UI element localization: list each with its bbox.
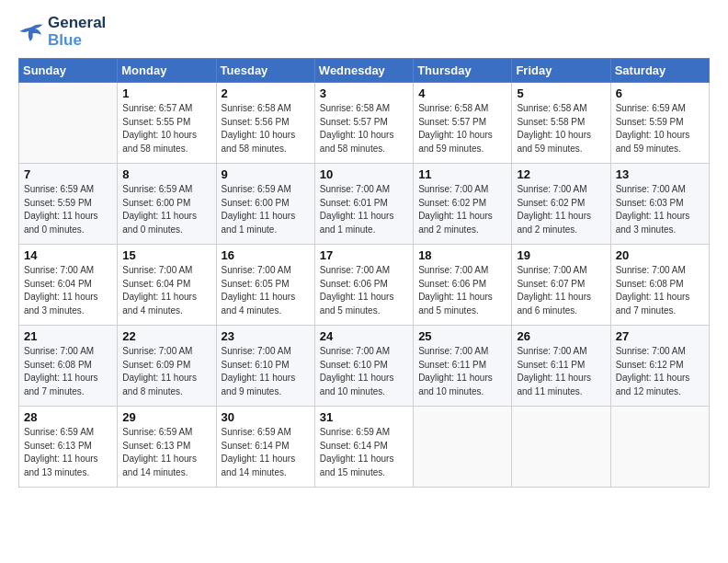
day-number: 24: [320, 329, 408, 343]
day-number: 15: [122, 248, 210, 262]
day-info: Sunrise: 7:00 AM Sunset: 6:01 PM Dayligh…: [320, 183, 408, 236]
calendar-week-row: 7Sunrise: 6:59 AM Sunset: 5:59 PM Daylig…: [19, 164, 710, 245]
day-info: Sunrise: 7:00 AM Sunset: 6:04 PM Dayligh…: [122, 264, 210, 317]
day-info: Sunrise: 6:59 AM Sunset: 6:14 PM Dayligh…: [320, 426, 408, 479]
day-info: Sunrise: 6:58 AM Sunset: 5:56 PM Dayligh…: [222, 102, 310, 155]
day-info: Sunrise: 6:59 AM Sunset: 6:14 PM Dayligh…: [222, 426, 310, 479]
day-info: Sunrise: 7:00 AM Sunset: 6:06 PM Dayligh…: [320, 264, 408, 317]
calendar-day-cell: 15Sunrise: 7:00 AM Sunset: 6:04 PM Dayli…: [118, 245, 216, 326]
day-number: 13: [616, 167, 704, 181]
day-number: 11: [418, 167, 506, 181]
day-info: Sunrise: 6:59 AM Sunset: 6:00 PM Dayligh…: [222, 183, 310, 236]
day-info: Sunrise: 7:00 AM Sunset: 6:11 PM Dayligh…: [517, 345, 605, 398]
day-info: Sunrise: 7:00 AM Sunset: 6:05 PM Dayligh…: [222, 264, 310, 317]
calendar-day-cell: [610, 407, 709, 488]
calendar-day-cell: 27Sunrise: 7:00 AM Sunset: 6:12 PM Dayli…: [610, 326, 709, 407]
weekday-header-cell: Thursday: [414, 59, 512, 83]
day-number: 2: [222, 86, 310, 100]
calendar-day-cell: 17Sunrise: 7:00 AM Sunset: 6:06 PM Dayli…: [314, 245, 413, 326]
day-number: 8: [122, 167, 210, 181]
calendar-day-cell: 4Sunrise: 6:58 AM Sunset: 5:57 PM Daylig…: [414, 83, 512, 164]
day-number: 9: [222, 167, 310, 181]
weekday-header-cell: Sunday: [19, 59, 118, 83]
calendar-day-cell: 6Sunrise: 6:59 AM Sunset: 5:59 PM Daylig…: [610, 83, 709, 164]
calendar-day-cell: 13Sunrise: 7:00 AM Sunset: 6:03 PM Dayli…: [610, 164, 709, 245]
calendar-day-cell: 23Sunrise: 7:00 AM Sunset: 6:10 PM Dayli…: [216, 326, 314, 407]
calendar-day-cell: 11Sunrise: 7:00 AM Sunset: 6:02 PM Dayli…: [414, 164, 512, 245]
calendar-day-cell: 14Sunrise: 7:00 AM Sunset: 6:04 PM Dayli…: [19, 245, 118, 326]
day-info: Sunrise: 6:58 AM Sunset: 5:57 PM Dayligh…: [320, 102, 408, 155]
calendar-day-cell: [19, 83, 118, 164]
calendar-day-cell: 16Sunrise: 7:00 AM Sunset: 6:05 PM Dayli…: [216, 245, 314, 326]
day-number: 18: [418, 248, 506, 262]
calendar-week-row: 14Sunrise: 7:00 AM Sunset: 6:04 PM Dayli…: [19, 245, 710, 326]
day-number: 10: [320, 167, 408, 181]
logo-text-blue: Blue: [48, 32, 106, 50]
day-info: Sunrise: 7:00 AM Sunset: 6:09 PM Dayligh…: [122, 345, 210, 398]
calendar-day-cell: 22Sunrise: 7:00 AM Sunset: 6:09 PM Dayli…: [118, 326, 216, 407]
calendar-day-cell: [414, 407, 512, 488]
day-info: Sunrise: 7:00 AM Sunset: 6:11 PM Dayligh…: [418, 345, 506, 398]
day-number: 26: [517, 329, 605, 343]
logo-icon: [18, 22, 44, 42]
weekday-header-cell: Monday: [118, 59, 216, 83]
day-number: 16: [222, 248, 310, 262]
day-number: 20: [616, 248, 704, 262]
calendar-day-cell: 2Sunrise: 6:58 AM Sunset: 5:56 PM Daylig…: [216, 83, 314, 164]
day-number: 25: [418, 329, 506, 343]
calendar-day-cell: 9Sunrise: 6:59 AM Sunset: 6:00 PM Daylig…: [216, 164, 314, 245]
day-info: Sunrise: 7:00 AM Sunset: 6:06 PM Dayligh…: [418, 264, 506, 317]
day-number: 6: [616, 86, 704, 100]
day-number: 31: [320, 410, 408, 424]
day-number: 1: [122, 86, 210, 100]
calendar-day-cell: 19Sunrise: 7:00 AM Sunset: 6:07 PM Dayli…: [512, 245, 610, 326]
day-info: Sunrise: 7:00 AM Sunset: 6:08 PM Dayligh…: [616, 264, 704, 317]
day-info: Sunrise: 7:00 AM Sunset: 6:10 PM Dayligh…: [222, 345, 310, 398]
day-number: 30: [222, 410, 310, 424]
day-info: Sunrise: 7:00 AM Sunset: 6:07 PM Dayligh…: [517, 264, 605, 317]
day-info: Sunrise: 6:59 AM Sunset: 5:59 PM Dayligh…: [24, 183, 112, 236]
header: General Blue: [18, 15, 710, 49]
logo: General Blue: [18, 15, 106, 49]
day-info: Sunrise: 6:59 AM Sunset: 5:59 PM Dayligh…: [616, 102, 704, 155]
logo-text-general: General: [48, 15, 106, 32]
day-number: 27: [616, 329, 704, 343]
calendar-day-cell: 20Sunrise: 7:00 AM Sunset: 6:08 PM Dayli…: [610, 245, 709, 326]
calendar-day-cell: 7Sunrise: 6:59 AM Sunset: 5:59 PM Daylig…: [19, 164, 118, 245]
day-info: Sunrise: 7:00 AM Sunset: 6:10 PM Dayligh…: [320, 345, 408, 398]
calendar-day-cell: 26Sunrise: 7:00 AM Sunset: 6:11 PM Dayli…: [512, 326, 610, 407]
calendar-day-cell: 21Sunrise: 7:00 AM Sunset: 6:08 PM Dayli…: [19, 326, 118, 407]
day-number: 3: [320, 86, 408, 100]
day-number: 19: [517, 248, 605, 262]
day-number: 5: [517, 86, 605, 100]
day-number: 21: [24, 329, 112, 343]
calendar-day-cell: 12Sunrise: 7:00 AM Sunset: 6:02 PM Dayli…: [512, 164, 610, 245]
calendar-week-row: 21Sunrise: 7:00 AM Sunset: 6:08 PM Dayli…: [19, 326, 710, 407]
calendar-day-cell: 28Sunrise: 6:59 AM Sunset: 6:13 PM Dayli…: [19, 407, 118, 488]
day-number: 22: [122, 329, 210, 343]
calendar-body: 1Sunrise: 6:57 AM Sunset: 5:55 PM Daylig…: [19, 83, 710, 488]
day-info: Sunrise: 6:58 AM Sunset: 5:58 PM Dayligh…: [517, 102, 605, 155]
calendar-day-cell: 10Sunrise: 7:00 AM Sunset: 6:01 PM Dayli…: [314, 164, 413, 245]
calendar-day-cell: 3Sunrise: 6:58 AM Sunset: 5:57 PM Daylig…: [314, 83, 413, 164]
day-number: 28: [24, 410, 112, 424]
day-number: 23: [222, 329, 310, 343]
calendar-table: SundayMondayTuesdayWednesdayThursdayFrid…: [18, 58, 710, 488]
day-info: Sunrise: 7:00 AM Sunset: 6:08 PM Dayligh…: [24, 345, 112, 398]
calendar-day-cell: 30Sunrise: 6:59 AM Sunset: 6:14 PM Dayli…: [216, 407, 314, 488]
weekday-header-cell: Wednesday: [314, 59, 413, 83]
day-info: Sunrise: 6:59 AM Sunset: 6:13 PM Dayligh…: [122, 426, 210, 479]
calendar-day-cell: 1Sunrise: 6:57 AM Sunset: 5:55 PM Daylig…: [118, 83, 216, 164]
day-info: Sunrise: 6:57 AM Sunset: 5:55 PM Dayligh…: [122, 102, 210, 155]
calendar-day-cell: 25Sunrise: 7:00 AM Sunset: 6:11 PM Dayli…: [414, 326, 512, 407]
calendar-day-cell: 24Sunrise: 7:00 AM Sunset: 6:10 PM Dayli…: [314, 326, 413, 407]
day-number: 7: [24, 167, 112, 181]
calendar-day-cell: 18Sunrise: 7:00 AM Sunset: 6:06 PM Dayli…: [414, 245, 512, 326]
day-info: Sunrise: 7:00 AM Sunset: 6:04 PM Dayligh…: [24, 264, 112, 317]
day-number: 4: [418, 86, 506, 100]
weekday-header-cell: Friday: [512, 59, 610, 83]
day-info: Sunrise: 6:59 AM Sunset: 6:13 PM Dayligh…: [24, 426, 112, 479]
calendar-day-cell: [512, 407, 610, 488]
day-info: Sunrise: 6:59 AM Sunset: 6:00 PM Dayligh…: [122, 183, 210, 236]
calendar-day-cell: 31Sunrise: 6:59 AM Sunset: 6:14 PM Dayli…: [314, 407, 413, 488]
